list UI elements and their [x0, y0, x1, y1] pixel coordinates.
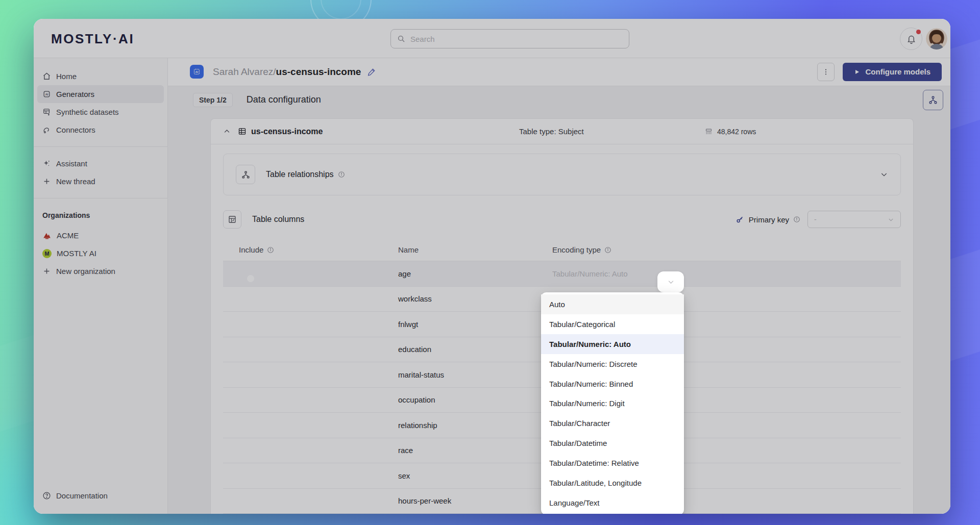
user-avatar[interactable] [926, 28, 947, 49]
dropdown-option[interactable]: Tabular/Numeric: Binned [541, 374, 684, 394]
table-relationships-panel[interactable]: Table relationships [223, 154, 901, 195]
sidebar-item-label: New thread [56, 177, 95, 186]
dropdown-option-selected[interactable]: Tabular/Numeric: Auto [541, 334, 684, 354]
info-icon [338, 171, 345, 178]
table-columns-label: Table columns [252, 215, 304, 224]
dropdown-option[interactable]: Tabular/Numeric: Digit [541, 393, 684, 413]
sidebar-item-label: MOSTLY AI [57, 249, 96, 258]
svg-text:AI: AI [45, 93, 48, 96]
search-icon [397, 35, 405, 43]
sidebar-item-synthetic-datasets[interactable]: Synthetic datasets [37, 103, 164, 121]
generator-chip-icon: AI [190, 65, 204, 79]
dropdown-option[interactable]: Auto [541, 294, 684, 314]
column-name: marital-status [398, 370, 552, 379]
topbar: MOSTLY·AI [34, 19, 950, 58]
sidebar-item-home[interactable]: Home [37, 67, 164, 85]
notifications-button[interactable] [900, 28, 922, 50]
sidebar-item-label: Documentation [56, 491, 108, 500]
columns-table-icon [223, 210, 241, 229]
home-icon [42, 72, 51, 81]
help-circle-icon [42, 491, 51, 500]
info-icon [267, 246, 274, 254]
connector-icon [42, 126, 51, 134]
column-name: relationship [398, 421, 552, 430]
mostly-ai-badge-icon: M [42, 249, 52, 258]
columns-table-header-row: Include Name Encoding type [223, 239, 901, 261]
page-title: Data configuration [247, 94, 321, 105]
more-actions-button[interactable] [817, 63, 835, 81]
encoding-select-trigger[interactable] [657, 271, 684, 292]
chevron-down-icon[interactable] [880, 170, 888, 179]
app-window: MOSTLY·AI [34, 19, 950, 514]
dropdown-option[interactable]: Tabular/Character [541, 413, 684, 433]
sidebar-item-assistant[interactable]: Assistant [37, 155, 164, 172]
mostly-ai-logo: MOSTLY·AI [51, 31, 134, 47]
search-input[interactable] [410, 35, 623, 43]
sidebar-item-label: New organization [56, 267, 115, 276]
sidebar-item-documentation[interactable]: Documentation [37, 487, 164, 505]
info-icon [793, 216, 800, 223]
table-row: age Tabular/Numeric: Auto [223, 261, 901, 287]
sidebar-item-org-acme[interactable]: ACME [37, 227, 164, 244]
column-name: education [398, 345, 552, 354]
sidebar-divider [34, 146, 167, 147]
column-name: fnlwgt [398, 320, 552, 329]
step-row: Step 1/2 Data configuration [168, 86, 950, 114]
sidebar-item-new-thread[interactable]: New thread [37, 172, 164, 190]
table-card-header: us-census-income Table type: Subject 48,… [211, 119, 913, 144]
schema-view-button[interactable] [923, 90, 943, 110]
table-type-label: Table type: Subject [519, 127, 584, 136]
breadcrumb: Sarah Alvarez/us-census-income [213, 66, 361, 78]
sidebar-item-new-organization[interactable]: New organization [37, 262, 164, 280]
sidebar: Home AI Generators Synthetic datasets [34, 58, 168, 514]
primary-key-label: Primary key [749, 215, 789, 224]
play-icon [854, 69, 860, 75]
organizations-header: Organizations [34, 206, 167, 227]
plus-icon [42, 177, 51, 186]
column-name: occupation [398, 395, 552, 404]
dropdown-option[interactable]: Tabular/Numeric: Discrete [541, 354, 684, 374]
name-column-header: Name [398, 245, 552, 254]
sidebar-item-label: Generators [56, 90, 94, 98]
global-search[interactable] [390, 29, 629, 48]
sidebar-item-connectors[interactable]: Connectors [37, 121, 164, 139]
edit-pencil-icon[interactable] [367, 67, 377, 77]
step-badge: Step 1/2 [193, 93, 233, 107]
sidebar-divider [34, 198, 167, 198]
column-name: sex [398, 471, 552, 480]
table-columns-header: Table columns Primary key [223, 210, 901, 229]
sidebar-item-label: Home [56, 72, 77, 81]
sidebar-item-generators[interactable]: AI Generators [37, 85, 164, 103]
column-name: race [398, 446, 552, 455]
table-relationships-label: Table relationships [266, 170, 334, 179]
dropdown-option[interactable]: Language/Text [541, 493, 684, 513]
primary-key-select[interactable]: - [807, 211, 901, 228]
sidebar-item-label: ACME [57, 231, 79, 240]
notification-badge [916, 30, 921, 34]
encoding-type-dropdown: Auto Tabular/Categorical Tabular/Numeric… [541, 292, 684, 514]
primary-key-group: Primary key - [736, 211, 901, 228]
plus-icon [42, 267, 51, 276]
ai-chip-icon: AI [42, 90, 51, 98]
dropdown-option[interactable]: Tabular/Datetime [541, 433, 684, 453]
dropdown-option[interactable]: Tabular/Datetime: Relative [541, 453, 684, 473]
page-header: AI Sarah Alvarez/us-census-income [168, 58, 950, 86]
encoding-value: Tabular/Numeric: Auto [552, 269, 901, 278]
table-name: us-census-income [251, 127, 323, 136]
bell-icon [906, 34, 916, 44]
generator-name: us-census-income [276, 66, 361, 77]
dropdown-option[interactable]: Tabular/Categorical [541, 314, 684, 334]
breadcrumb-owner: Sarah Alvarez/ [213, 66, 276, 77]
relationships-tree-icon [236, 165, 255, 184]
info-icon [604, 246, 611, 254]
sidebar-item-label: Synthetic datasets [56, 108, 119, 116]
table-icon [238, 127, 247, 136]
acme-logo-icon [42, 231, 52, 240]
dropdown-option[interactable]: Tabular/Latitude, Longitude [541, 473, 684, 493]
sidebar-item-label: Assistant [56, 159, 87, 168]
sidebar-item-org-mostly-ai[interactable]: M MOSTLY AI [37, 244, 164, 262]
dataset-table-icon [42, 108, 51, 116]
configure-models-button[interactable]: Configure models [843, 63, 942, 81]
column-name: age [398, 269, 552, 278]
collapse-chevron-up-icon[interactable] [223, 128, 231, 135]
